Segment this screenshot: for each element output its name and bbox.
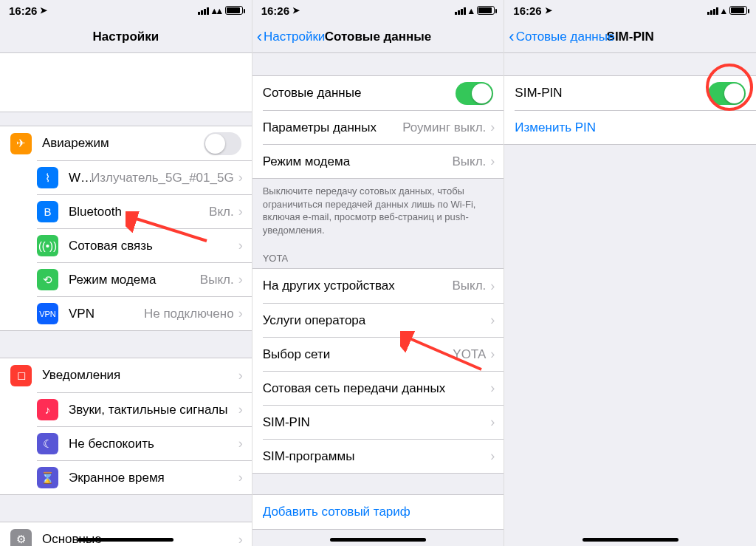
status-time: 16:26 [261,4,289,17]
row-vpn[interactable]: VPN VPN Не подключено › [37,296,252,330]
navbar: Настройки [0,21,252,53]
row-sim-pin[interactable]: SIM-PIN › [263,405,504,439]
group-general: ⚙ Основные › ⊞ Пункт управления › AA Экр… [0,522,252,546]
chevron-right-icon: › [238,368,243,383]
back-button[interactable]: ‹Настройки [257,21,326,53]
status-time: 16:26 [9,4,37,17]
chevron-right-icon: › [490,313,495,328]
navbar: ‹Настройки Сотовые данные [252,21,504,53]
status-bar: 16:26➤ ▴ [504,0,756,21]
row-cellular[interactable]: ((•)) Сотовая связь › [37,228,252,262]
battery-icon [477,6,495,15]
chevron-left-icon: ‹ [509,29,514,45]
row-add-plan[interactable]: Добавить сотовый тариф [252,495,504,529]
group-yota: На других устройствах Выкл. › Услуги опе… [252,268,504,474]
signal-icon [455,6,466,15]
row-general[interactable]: ⚙ Основные › [0,522,252,546]
group-cellular-main: Сотовые данные Параметры данных Роуминг … [252,75,504,179]
navbar: ‹Сотовые данные SIM-PIN [504,21,756,53]
status-bar: 16:26➤ ▴ [252,0,504,21]
row-change-pin[interactable]: Изменить PIN [515,110,756,144]
row-cellular-data[interactable]: Сотовые данные [252,76,504,110]
pane-settings: 16:26➤ ▴▴ Настройки ✈ Авиарежим ⌇ Wi-Fi … [0,0,252,546]
row-hotspot[interactable]: ⟲ Режим модема Выкл. › [37,262,252,296]
page-title: Настройки [92,30,159,44]
back-button[interactable]: ‹Сотовые данные [509,21,614,53]
page-title: Сотовые данные [325,30,432,44]
profile-placeholder[interactable] [0,53,252,112]
row-bluetooth[interactable]: B Bluetooth Вкл. › [37,194,252,228]
row-wifi[interactable]: ⌇ Wi-Fi Излучатель_5G_#01_5G › [37,160,252,194]
chevron-right-icon: › [238,402,243,417]
pane-simpin: 16:26➤ ▴ ‹Сотовые данные SIM-PIN SIM-PIN… [504,0,756,546]
airplane-switch[interactable] [204,132,241,155]
row-simpin-toggle[interactable]: SIM-PIN [504,76,756,110]
row-screentime[interactable]: ⌛ Экранное время › [37,460,252,494]
group-connectivity: ✈ Авиарежим ⌇ Wi-Fi Излучатель_5G_#01_5G… [0,126,252,331]
row-airplane-mode[interactable]: ✈ Авиарежим [0,126,252,160]
chevron-right-icon: › [238,170,243,185]
notifications-icon: ◻ [10,365,32,386]
chevron-right-icon: › [490,279,495,294]
airplane-icon: ✈ [10,133,32,154]
scroll-area[interactable]: Сотовые данные Параметры данных Роуминг … [252,53,504,546]
chevron-right-icon: › [238,436,243,451]
signal-icon [707,6,718,15]
wifi-icon: ▴ [721,5,726,16]
row-other-devices[interactable]: На других устройствах Выкл. › [252,269,504,303]
status-right: ▴ [707,5,747,16]
cellular-footer: Выключите передачу сотовых данных, чтобы… [252,179,504,239]
chevron-right-icon: › [490,381,495,396]
chevron-right-icon: › [490,120,495,135]
location-icon: ➤ [545,5,552,16]
row-notifications[interactable]: ◻ Уведомления › [0,358,252,392]
sounds-icon: ♪ [37,399,58,420]
chevron-right-icon: › [238,470,243,485]
group-simpin-toggle: SIM-PIN Изменить PIN [504,75,756,145]
signal-icon [198,6,209,15]
chevron-right-icon: › [238,272,243,287]
header-yota: YOTA [252,239,504,268]
chevron-right-icon: › [238,204,243,219]
cellular-switch[interactable] [456,82,493,105]
row-data-options[interactable]: Параметры данных Роуминг выкл. › [263,110,504,144]
group-notifications: ◻ Уведомления › ♪ Звуки, тактильные сигн… [0,358,252,495]
location-icon: ➤ [40,5,47,16]
wifi-row-icon: ⌇ [37,167,58,188]
row-carrier-services[interactable]: Услуги оператора › [263,303,504,337]
row-network-selection[interactable]: Выбор сети YOTA › [263,337,504,371]
simpin-switch[interactable] [708,82,746,105]
chevron-left-icon: ‹ [257,29,262,45]
status-bar: 16:26➤ ▴▴ [0,0,252,21]
chevron-right-icon: › [490,448,495,464]
row-dnd[interactable]: ☾ Не беспокоить › [37,426,252,460]
home-indicator[interactable] [330,538,426,542]
wifi-icon: ▴▴ [212,5,222,16]
home-indicator[interactable] [583,538,678,542]
scroll-area[interactable]: SIM-PIN Изменить PIN [504,53,756,546]
gear-icon: ⚙ [10,529,32,547]
home-indicator[interactable] [78,538,173,542]
vpn-icon: VPN [37,303,58,324]
wifi-icon: ▴ [469,5,474,16]
hotspot-icon: ⟲ [37,269,58,290]
status-right: ▴▴ [198,5,243,16]
chevron-right-icon: › [238,238,243,253]
chevron-right-icon: › [238,306,243,321]
scroll-area[interactable]: ✈ Авиарежим ⌇ Wi-Fi Излучатель_5G_#01_5G… [0,53,252,546]
cellular-icon: ((•)) [37,235,58,256]
status-time: 16:26 [513,4,541,17]
chevron-right-icon: › [238,532,243,547]
row-cellular-data-network[interactable]: Сотовая сеть передачи данных › [263,371,504,405]
row-sounds[interactable]: ♪ Звуки, тактильные сигналы › [37,392,252,426]
screentime-icon: ⌛ [37,467,58,488]
chevron-right-icon: › [490,154,495,169]
pane-cellular: 16:26➤ ▴ ‹Настройки Сотовые данные Сотов… [252,0,504,546]
battery-icon [225,6,243,15]
row-sim-apps[interactable]: SIM-программы › [263,439,504,473]
row-hotspot-sub[interactable]: Режим модема Выкл. › [263,144,504,178]
location-icon: ➤ [292,5,300,16]
chevron-right-icon: › [490,414,495,430]
dnd-icon: ☾ [37,433,58,454]
status-right: ▴ [455,5,495,16]
